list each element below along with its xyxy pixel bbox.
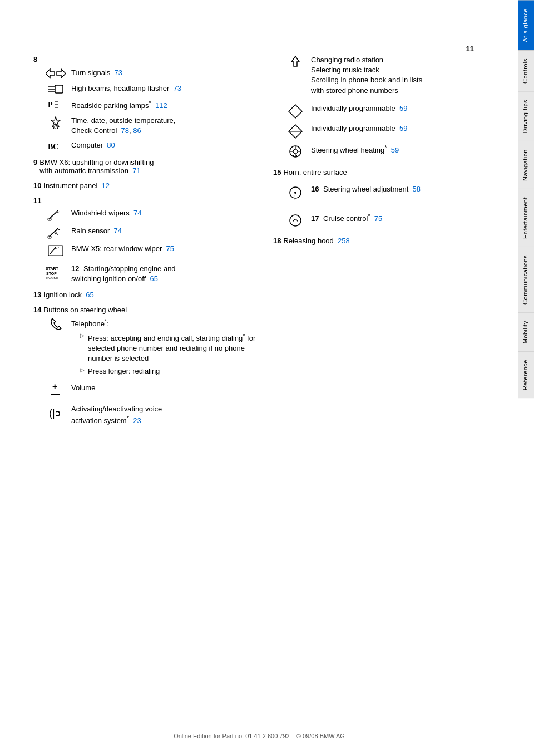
svg-text:START: START <box>46 267 59 271</box>
wipers-icon <box>44 208 67 222</box>
section-15: 15 Horn, entire surface <box>273 168 496 176</box>
time-date-icon <box>44 116 67 129</box>
prog-1-text: Individually programmable 59 <box>311 104 496 114</box>
item-prog-1: Individually programmable 59 <box>273 104 496 119</box>
item-parking-lamps: P Roadside parking lamps* 112 <box>33 99 256 111</box>
computer-text: Computer 80 <box>71 140 256 150</box>
section-8: 8 Turn signals <box>33 55 256 151</box>
parking-lamps-icon: P <box>44 99 67 110</box>
section-12-text: 12 Starting/stopping engine andswitching… <box>71 264 256 284</box>
svg-marker-23 <box>289 105 302 118</box>
section-10-text: Instrument panel 12 <box>43 181 110 190</box>
item-computer: BC Computer 80 <box>33 140 256 151</box>
section-13-number: 13 <box>33 291 41 299</box>
voice-icon: (|ↄ <box>44 404 67 420</box>
computer-icon: BC <box>44 140 67 151</box>
section-11: 11 Windshield wipers 74 <box>33 197 256 257</box>
section-12: START STOP ENGINE 12 Starting/stopping e… <box>33 264 256 284</box>
section-9-text: BMW X6: upshifting or downshiftingwith a… <box>39 158 154 175</box>
section-17: 17 Cruise control* 75 <box>273 212 496 229</box>
section-10-number: 10 <box>33 181 41 190</box>
prog-1-icon <box>284 104 306 119</box>
wheel-heat-icon <box>284 144 306 159</box>
svg-rect-5 <box>55 85 63 93</box>
svg-text:BC: BC <box>48 143 58 151</box>
sidebar: At a glance Controls Driving tips Naviga… <box>518 0 534 756</box>
svg-point-27 <box>293 149 298 154</box>
sidebar-tab-controls[interactable]: Controls <box>518 50 534 91</box>
rear-wiper-text: BMW X5: rear window wiper 75 <box>71 244 256 254</box>
turn-signals-text: Turn signals 73 <box>71 68 256 78</box>
section-14: 14 Buttons on steering wheel Telephone*: <box>33 306 256 426</box>
rear-wiper-icon <box>44 244 67 257</box>
volume-text: Volume <box>71 383 256 393</box>
radio-music-icon <box>284 55 306 73</box>
sidebar-tab-at-a-glance[interactable]: At a glance <box>518 0 534 50</box>
voice-text: Activating/deactivating voiceactivation … <box>71 404 256 426</box>
item-turn-signals: Turn signals 73 <box>33 68 256 79</box>
section-9-number: 9 <box>33 158 37 166</box>
telephone-text: Telephone*: ▷ Press: accepting and endin… <box>71 317 256 379</box>
item-rain-sensor: A Rain sensor 74 <box>33 226 256 239</box>
item-wipers: Windshield wipers 74 <box>33 208 256 222</box>
sidebar-tab-communications[interactable]: Communications <box>518 247 534 312</box>
svg-text:(|ↄ: (|ↄ <box>49 408 61 419</box>
wipers-text: Windshield wipers 74 <box>71 208 256 218</box>
cruise-control-icon <box>284 212 306 229</box>
item-time-date: Time, date, outside temperature, Check C… <box>33 116 256 136</box>
svg-point-35 <box>290 215 301 226</box>
section-15-text: Horn, entire surface <box>283 168 347 176</box>
section-14-label: Buttons on steering wheel <box>43 306 127 314</box>
high-beams-icon <box>44 84 67 95</box>
item-wheel-heat: Steering wheel heating* 59 <box>273 144 496 159</box>
svg-marker-0 <box>46 69 55 78</box>
svg-text:+: + <box>52 383 57 391</box>
sidebar-tab-driving-tips[interactable]: Driving tips <box>518 91 534 141</box>
rain-sensor-text: Rain sensor 74 <box>71 226 256 236</box>
svg-text:A: A <box>55 230 58 236</box>
telephone-icon <box>44 317 67 333</box>
wheel-heat-text: Steering wheel heating* 59 <box>311 144 496 156</box>
section-13: 13 Ignition lock 65 <box>33 291 256 299</box>
sidebar-tab-entertainment[interactable]: Entertainment <box>518 189 534 247</box>
item-prog-2: Individually programmable 59 <box>273 124 496 139</box>
item-radio-music: Changing radio station Selecting music t… <box>273 55 496 96</box>
prog-2-icon <box>284 124 306 139</box>
item-volume: + Volume <box>33 383 256 400</box>
start-stop-icon: START STOP ENGINE <box>44 264 67 281</box>
section-13-text: Ignition lock 65 <box>43 291 93 299</box>
steering-adjust-icon: ! <box>284 184 306 201</box>
svg-point-33 <box>294 192 296 194</box>
item-telephone: Telephone*: ▷ Press: accepting and endin… <box>33 317 256 379</box>
parking-lamps-text: Roadside parking lamps* 112 <box>71 99 256 111</box>
item-rear-wiper: BMW X5: rear window wiper 75 <box>33 244 256 257</box>
sidebar-tab-reference[interactable]: Reference <box>518 351 534 398</box>
page-number: 11 <box>33 45 496 53</box>
section-17-text: 17 Cruise control* 75 <box>311 212 496 224</box>
sidebar-tab-mobility[interactable]: Mobility <box>518 312 534 351</box>
high-beams-text: High beams, headlamp flasher 73 <box>71 84 256 94</box>
radio-music-text: Changing radio station Selecting music t… <box>311 55 496 96</box>
rain-sensor-icon: A <box>44 226 67 239</box>
svg-marker-1 <box>57 69 66 78</box>
svg-text:ENGINE: ENGINE <box>46 277 58 280</box>
section-16-text: 16 Steering wheel adjustment 58 <box>311 184 496 194</box>
svg-text:STOP: STOP <box>46 272 57 276</box>
svg-text:P: P <box>48 101 53 109</box>
right-column: Changing radio station Selecting music t… <box>273 55 496 433</box>
section-10: 10 Instrument panel 12 <box>33 181 256 190</box>
section-8-number: 8 <box>33 55 37 63</box>
item-voice: (|ↄ Activating/deactivating voiceactivat… <box>33 404 256 426</box>
turn-signals-icon <box>44 68 67 79</box>
section-9: 9 BMW X6: upshifting or downshiftingwith… <box>33 158 256 175</box>
left-column: 8 Turn signals <box>33 55 256 433</box>
svg-text:!: ! <box>294 195 296 201</box>
section-18: 18 Releasing hood 258 <box>273 237 496 245</box>
page-footer: Online Edition for Part no. 01 41 2 600 … <box>0 733 518 739</box>
item-high-beams: High beams, headlamp flasher 73 <box>33 84 256 95</box>
section-11-number: 11 <box>33 197 41 205</box>
section-16: ! 16 Steering wheel adjustment 58 <box>273 184 496 201</box>
time-date-text: Time, date, outside temperature, Check C… <box>71 116 256 136</box>
sidebar-tab-navigation[interactable]: Navigation <box>518 141 534 189</box>
prog-2-text: Individually programmable 59 <box>311 124 496 134</box>
